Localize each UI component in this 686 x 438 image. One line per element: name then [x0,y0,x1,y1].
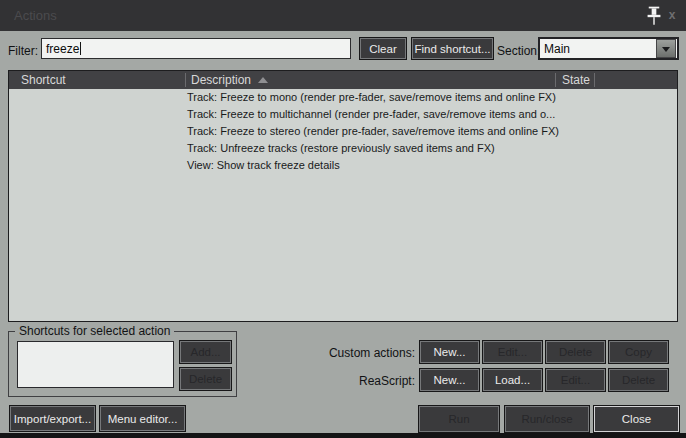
run-close-button[interactable]: Run/close [505,406,589,432]
custom-actions-label: Custom actions: [320,346,415,360]
section-label: Section: [497,44,540,58]
reascript-load-button[interactable]: Load... [483,369,542,391]
clear-button[interactable]: Clear [360,38,406,59]
custom-action-delete-button[interactable]: Delete [546,341,605,363]
close-icon[interactable]: x [664,0,680,31]
action-description: Track: Freeze to mono (render pre-fader,… [187,89,556,106]
table-row[interactable]: Track: Freeze to mono (render pre-fader,… [10,89,676,106]
chevron-down-icon [662,47,670,56]
column-header-state[interactable]: State [562,71,590,89]
title-bar[interactable]: Actions x [0,0,686,31]
window-bottom-edge [0,433,686,438]
import-export-button[interactable]: Import/export... [10,406,95,431]
action-description: Track: Unfreeze tracks (restore previous… [187,140,495,157]
window-title: Actions [14,0,57,31]
shortcuts-group: Shortcuts for selected action Add... Del… [8,331,237,397]
menu-editor-button[interactable]: Menu editor... [100,406,185,431]
reascript-new-button[interactable]: New... [420,369,479,391]
shortcut-listbox[interactable] [17,341,174,388]
action-description: Track: Freeze to stereo (render pre-fade… [187,123,559,140]
section-selected-value: Main [544,42,570,56]
run-button[interactable]: Run [419,406,499,432]
filter-input[interactable]: freeze [41,38,351,59]
table-row[interactable]: View: Show track freeze details [10,157,676,174]
actions-dialog: Actions x Filter: freeze Clear Find shor… [0,0,686,438]
close-button[interactable]: Close [594,406,679,432]
table-header: Shortcut Description State [9,71,677,89]
filter-label: Filter: [8,44,38,58]
column-divider[interactable] [594,73,595,87]
pin-icon[interactable] [647,6,661,26]
action-description: View: Show track freeze details [187,157,340,174]
column-header-description[interactable]: Description [191,71,251,89]
filter-value: freeze [46,42,79,56]
add-shortcut-button[interactable]: Add... [180,341,231,363]
column-divider[interactable] [555,73,556,87]
text-caret [80,42,81,55]
section-dropdown-arrow-button[interactable] [656,39,676,58]
reascript-edit-button[interactable]: Edit... [546,369,605,391]
table-row[interactable]: Track: Freeze to multichannel (render pr… [10,106,676,123]
table-row[interactable]: Track: Unfreeze tracks (restore previous… [10,140,676,157]
custom-action-copy-button[interactable]: Copy [609,341,668,363]
action-list[interactable]: Shortcut Description State Track: Freeze… [8,70,678,322]
column-header-shortcut[interactable]: Shortcut [21,71,66,89]
column-divider[interactable] [185,73,186,87]
find-shortcut-button[interactable]: Find shortcut... [412,38,493,59]
shortcuts-group-title: Shortcuts for selected action [15,324,174,338]
custom-action-new-button[interactable]: New... [420,341,479,363]
sort-ascending-icon [258,77,268,83]
table-row[interactable]: Track: Freeze to stereo (render pre-fade… [10,123,676,140]
reascript-label: ReaScript: [320,374,415,388]
delete-shortcut-button[interactable]: Delete [180,368,231,390]
custom-action-edit-button[interactable]: Edit... [483,341,542,363]
reascript-delete-button[interactable]: Delete [609,369,668,391]
action-description: Track: Freeze to multichannel (render pr… [187,106,555,123]
